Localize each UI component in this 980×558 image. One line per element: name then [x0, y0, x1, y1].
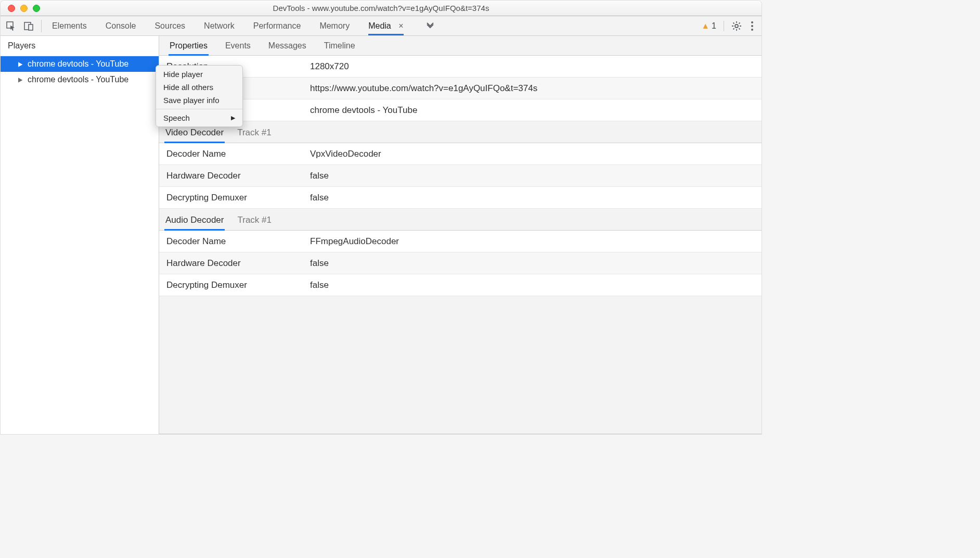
player-row-0[interactable]: ▶ chrome devtools - YouTube [1, 56, 159, 72]
cm-hide-all-others[interactable]: Hide all others [156, 81, 242, 94]
sidebar-header: Players [1, 36, 159, 56]
player-label: chrome devtools - YouTube [28, 75, 128, 84]
more-options-icon[interactable] [749, 21, 755, 31]
prop-row: Hardware Decoder false [159, 252, 762, 274]
dtab-messages[interactable]: Messages [267, 36, 307, 55]
prop-row: Decrypting Demuxer false [159, 187, 762, 209]
warning-icon: ▲ [701, 21, 710, 31]
prop-row: Decrypting Demuxer false [159, 274, 762, 296]
devtools-toolbar: Elements Console Sources Network Perform… [1, 16, 762, 36]
svg-rect-2 [29, 24, 33, 30]
player-label: chrome devtools - YouTube [28, 59, 128, 69]
tab-network[interactable]: Network [204, 17, 235, 35]
cm-hide-player[interactable]: Hide player [156, 68, 242, 81]
zoom-window-button[interactable] [33, 5, 40, 12]
cm-speech-submenu[interactable]: Speech ▶ [156, 111, 242, 124]
player-context-menu: Hide player Hide all others Save player … [156, 65, 243, 127]
properties-table: Resolution 1280x720 Frame URL https://ww… [159, 56, 762, 296]
section-video-decoder: Video Decoder Track #1 [159, 121, 762, 143]
prop-row-frame-url: Frame URL https://www.youtube.com/watch?… [159, 78, 762, 99]
prop-value: chrome devtools - YouTube [310, 105, 762, 116]
main-content: Players ▶ chrome devtools - YouTube ▶ ch… [1, 36, 762, 434]
tab-media[interactable]: Media × [368, 17, 403, 35]
prop-value: https://www.youtube.com/watch?v=e1gAyQuI… [310, 83, 762, 94]
prop-key: Hardware Decoder [159, 171, 310, 181]
tab-media-label: Media [368, 21, 391, 30]
section-track-label: Track #1 [237, 128, 272, 143]
warnings-count: 1 [712, 21, 716, 31]
prop-value: false [310, 193, 762, 203]
prop-value: FFmpegAudioDecoder [310, 236, 762, 247]
toggle-device-icon[interactable] [23, 21, 34, 31]
play-icon: ▶ [18, 76, 22, 83]
prop-key: Hardware Decoder [159, 258, 310, 269]
window-titlebar: DevTools - www.youtube.com/watch?v=e1gAy… [1, 1, 762, 16]
cm-save-player-info[interactable]: Save player info [156, 94, 242, 107]
players-sidebar: Players ▶ chrome devtools - YouTube ▶ ch… [1, 36, 159, 434]
section-audio-decoder: Audio Decoder Track #1 [159, 209, 762, 231]
prop-value: false [310, 171, 762, 181]
tab-sources[interactable]: Sources [154, 17, 185, 35]
dtab-properties[interactable]: Properties [169, 36, 209, 55]
tab-performance[interactable]: Performance [253, 17, 301, 35]
prop-key: Decrypting Demuxer [159, 193, 310, 203]
prop-row: Decoder Name FFmpegAudioDecoder [159, 231, 762, 252]
play-icon: ▶ [18, 60, 22, 68]
player-row-1[interactable]: ▶ chrome devtools - YouTube [1, 72, 159, 87]
dtab-events[interactable]: Events [224, 36, 252, 55]
close-window-button[interactable] [8, 5, 15, 12]
tab-elements[interactable]: Elements [52, 17, 87, 35]
panel-tabs: Elements Console Sources Network Perform… [52, 17, 701, 35]
window-title: DevTools - www.youtube.com/watch?v=e1gAy… [1, 4, 762, 12]
window-controls [8, 5, 40, 12]
prop-value: false [310, 258, 762, 269]
prop-key: Decrypting Demuxer [159, 280, 310, 290]
prop-row: Hardware Decoder false [159, 165, 762, 187]
detail-tabs: Properties Events Messages Timeline [159, 36, 762, 56]
inspect-element-icon[interactable] [6, 21, 16, 31]
prop-row-frame-title: Frame Title chrome devtools - YouTube [159, 99, 762, 121]
prop-key: Decoder Name [159, 236, 310, 247]
prop-value: VpxVideoDecoder [310, 149, 762, 159]
minimize-window-button[interactable] [20, 5, 28, 12]
prop-value: 1280x720 [310, 61, 762, 72]
warnings-badge[interactable]: ▲ 1 [701, 21, 716, 31]
toolbar-separator [724, 21, 724, 31]
section-tab-video[interactable]: Video Decoder [164, 128, 225, 143]
section-track-label: Track #1 [237, 215, 272, 230]
more-tabs-icon[interactable] [425, 21, 435, 31]
svg-point-3 [735, 24, 738, 28]
tab-console[interactable]: Console [106, 17, 136, 35]
empty-area [159, 296, 762, 434]
cm-divider [156, 109, 242, 109]
close-tab-icon[interactable]: × [398, 21, 403, 30]
prop-value: false [310, 280, 762, 290]
dtab-timeline[interactable]: Timeline [323, 36, 356, 55]
submenu-arrow-icon: ▶ [231, 115, 235, 121]
detail-pane: Properties Events Messages Timeline Reso… [159, 36, 762, 434]
section-tab-audio[interactable]: Audio Decoder [164, 215, 225, 230]
tab-memory[interactable]: Memory [319, 17, 350, 35]
prop-row: Decoder Name VpxVideoDecoder [159, 143, 762, 165]
cm-speech-label: Speech [163, 113, 190, 122]
settings-icon[interactable] [731, 21, 742, 31]
prop-row-resolution: Resolution 1280x720 [159, 56, 762, 78]
prop-key: Decoder Name [159, 149, 310, 159]
